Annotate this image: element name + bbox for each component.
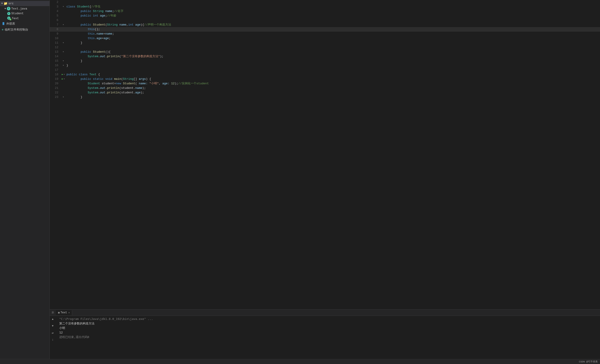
line-content-15[interactable]: }: [66, 59, 600, 63]
text-java-label: Text.java: [11, 7, 27, 10]
console-output-1: 第二个没有参数的构造方法: [59, 321, 597, 326]
fold-icon-15[interactable]: ▾: [63, 59, 64, 63]
line-num-2: 2: [50, 0, 61, 5]
line-content-21[interactable]: System.out.println(student.name);: [66, 86, 600, 90]
line-num-20: 20: [50, 81, 61, 86]
line-content-3[interactable]: class Student{//学生: [66, 5, 600, 9]
code-line-6: 6: [50, 18, 600, 23]
gutter-13: ▾: [61, 50, 66, 54]
line-num-16: 16: [50, 63, 61, 68]
line-content-22[interactable]: System.out.println(student.age);: [66, 90, 600, 95]
gutter-18: ▶ ▾: [61, 72, 66, 77]
fold-icon-13[interactable]: ▾: [63, 50, 64, 54]
line-content-23[interactable]: }: [66, 95, 600, 100]
fold-icon-18[interactable]: ▾: [64, 72, 65, 77]
fold-icon-19[interactable]: ▾: [64, 77, 65, 81]
gutter-23: ▾: [61, 95, 66, 100]
line-content-10[interactable]: this.age=age;: [66, 36, 600, 41]
line-num-14: 14: [50, 54, 61, 59]
code-line-13: 13 ▾ public Student(){: [50, 50, 600, 54]
run-icon-18[interactable]: ▶: [62, 72, 63, 77]
line-num-19: 19: [50, 77, 61, 81]
text-class-item[interactable]: C ▶ Text: [0, 16, 49, 21]
fold-icon-3[interactable]: ▾: [63, 5, 64, 9]
line-num-11: 11: [50, 41, 61, 45]
line-num-6: 6: [50, 18, 61, 23]
editor-area: 2 3 ▾ class Student{//学生 4 public String…: [50, 0, 600, 359]
line-content-4[interactable]: public String name;//名字: [66, 9, 600, 14]
text-class-icon: C ▶: [7, 17, 11, 20]
line-num-4: 4: [50, 9, 61, 14]
code-container[interactable]: 2 3 ▾ class Student{//学生 4 public String…: [50, 0, 600, 309]
scroll-down-button[interactable]: ▼: [50, 324, 55, 328]
line-num-21: 21: [50, 86, 61, 90]
fold-icon-7[interactable]: ▾: [63, 23, 64, 27]
scroll-up-button[interactable]: ▲: [50, 317, 55, 322]
console-tab[interactable]: ▤ Text ✕: [56, 310, 72, 315]
line-content-8[interactable]: this();: [66, 27, 600, 32]
src-folder[interactable]: ▼ 📁 src: [0, 1, 49, 6]
code-line-23: 23 ▾ }: [50, 95, 600, 100]
code-line-7: 7 ▾ public Student(String name,int age){…: [50, 23, 600, 27]
line-num-7: 7: [50, 23, 61, 27]
code-line-15: 15 ▾ }: [50, 59, 600, 63]
gutter-11: ▾: [61, 41, 66, 45]
wrap-button[interactable]: ⇌: [50, 330, 55, 335]
console-run-command: "C:\Program Files\Java\jdk1.8.0_192\bin\…: [59, 317, 597, 321]
line-num-22: 22: [50, 90, 61, 95]
line-content-20[interactable]: Student student=new Student( name: "小明",…: [66, 81, 600, 86]
gutter-19: ▶ ▾: [61, 77, 66, 81]
chevron-right-icon: ▼: [5, 8, 6, 10]
console-exit-message: 进程已结束,退出代码0: [59, 335, 597, 339]
line-content-14[interactable]: System.out.println("第二个没有参数的构造方法");: [66, 54, 600, 59]
line-content-9[interactable]: this.name=name;: [66, 32, 600, 36]
line-num-18: 18: [50, 72, 61, 77]
external-library-label: 外部库: [6, 22, 15, 26]
line-content-16[interactable]: }: [66, 63, 600, 68]
code-line-9: 9 this.name=name;: [50, 32, 600, 36]
line-content-7[interactable]: public Student(String name,int age){//声明…: [66, 23, 600, 27]
console-output-3: 12: [59, 330, 597, 335]
line-content-18[interactable]: public class Text {: [66, 72, 600, 77]
chevron-down-icon: ▼: [1, 2, 3, 5]
code-line-3: 3 ▾ class Student{//学生: [50, 5, 600, 9]
console-output-2: 小明: [59, 326, 597, 330]
line-num-17: 17: [50, 68, 61, 72]
line-content-5[interactable]: public int age;//年龄: [66, 14, 600, 18]
filter-button[interactable]: ↓: [50, 337, 55, 342]
gutter-15: ▾: [61, 59, 66, 63]
line-num-8: 8: [50, 27, 61, 32]
temp-files-item[interactable]: ⊕ 临时文件和控制台: [0, 27, 49, 33]
console-tab-icon: ▤: [58, 311, 60, 314]
line-content-19[interactable]: public static void main(String[] args) {: [66, 77, 600, 81]
gutter-7: ▾: [61, 23, 66, 27]
status-bar: CSDN @可不得美: [0, 359, 600, 364]
code-line-22: 22 System.out.println(student.age);: [50, 90, 600, 95]
src-folder-label: src: [8, 2, 14, 5]
text-class-label: Text: [12, 17, 19, 20]
code-line-8: 8 this();: [50, 27, 600, 32]
code-line-16: 16 ▾ }: [50, 63, 600, 68]
console-tab-close[interactable]: ✕: [68, 311, 70, 314]
code-line-12: 12: [50, 45, 600, 50]
external-library-item[interactable]: ▐▌ 外部库: [0, 21, 49, 27]
gutter-3: ▾: [61, 5, 66, 9]
code-line-11: 11 ▾ }: [50, 41, 600, 45]
text-java-file[interactable]: ▼ C Text.java: [0, 6, 49, 11]
sidebar: ▼ 📁 src ▼ C Text.java C Student C ▶ Text: [0, 0, 50, 359]
console-tab-label: Text: [61, 311, 67, 314]
bottom-panel: 示 ▤ Text ✕ ▲ ▼ ⇌ ↓ "C:\Progr: [50, 309, 600, 359]
student-class-item[interactable]: C Student: [0, 11, 49, 16]
fold-icon-11[interactable]: ▾: [63, 41, 64, 45]
line-num-12: 12: [50, 45, 61, 50]
code-line-21: 21 System.out.println(student.name);: [50, 86, 600, 90]
java-file-icon: C: [7, 7, 10, 10]
code-line-5: 5 public int age;//年龄: [50, 14, 600, 18]
fold-icon-23[interactable]: ▾: [63, 95, 64, 100]
run-icon-19[interactable]: ▶: [62, 77, 63, 81]
line-content-11[interactable]: }: [66, 41, 600, 45]
gutter-16: ▾: [61, 63, 66, 68]
line-content-13[interactable]: public Student(){: [66, 50, 600, 54]
fold-icon-16[interactable]: ▾: [63, 63, 64, 68]
temp-files-label: 临时文件和控制台: [5, 28, 28, 32]
